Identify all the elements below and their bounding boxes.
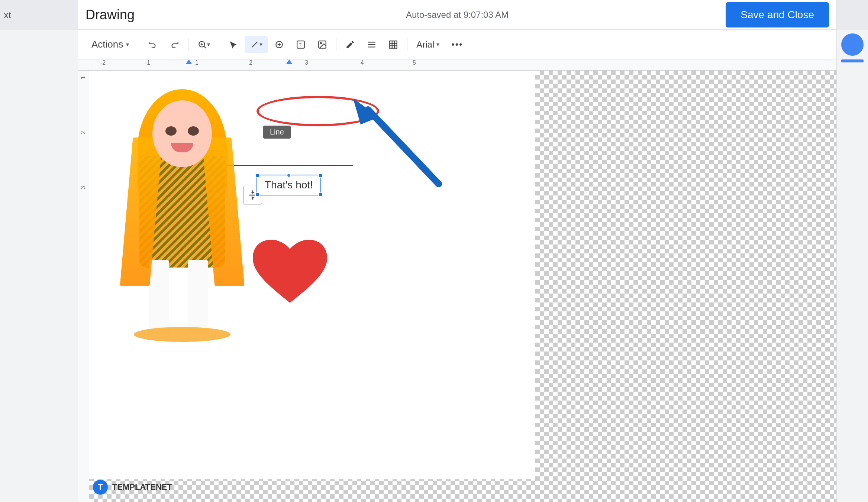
text-box-handle-top-right[interactable] <box>318 173 323 178</box>
shape-icon <box>274 40 284 49</box>
ruler-left-mark-2: 2 <box>80 131 87 135</box>
table-button[interactable] <box>383 36 403 53</box>
zoom-chevron-icon: ▾ <box>207 41 210 48</box>
toolbar-sep-2 <box>188 38 188 51</box>
ruler-indicator-left <box>186 59 192 64</box>
text-box-handle-top-center[interactable] <box>287 173 291 178</box>
ruler-left: 1 2 3 <box>78 71 89 502</box>
svg-line-4 <box>252 42 258 47</box>
ruler-indicator-right <box>286 59 292 64</box>
heart-svg <box>249 238 331 312</box>
doll-base <box>134 327 230 342</box>
image-icon <box>317 40 327 49</box>
browser-right-bar <box>841 59 864 62</box>
app-header: Drawing Auto-saved at 9:07:03 AM Save an… <box>78 0 836 30</box>
ruler-mark-2: 2 <box>249 59 252 66</box>
toolbar-sep-3 <box>219 38 219 51</box>
doll-eye-left <box>165 126 177 136</box>
ruler-top: -2 -1 1 2 3 4 5 <box>78 59 836 71</box>
redo-button[interactable] <box>164 36 184 53</box>
svg-rect-13 <box>390 41 397 48</box>
text-box-handle-bottom-left[interactable] <box>255 192 259 197</box>
ruler-mark-1: 1 <box>195 59 199 66</box>
text-box-handle-bottom-right[interactable] <box>318 192 323 197</box>
image-tool-button[interactable] <box>312 36 332 53</box>
paragraph-button[interactable] <box>362 36 382 53</box>
toolbar-sep-1 <box>139 38 139 51</box>
browser-tab-strip: xt <box>0 0 78 30</box>
ruler-left-mark-1: 1 <box>80 76 87 80</box>
autosave-status: Auto-saved at 9:07:03 AM <box>406 10 509 20</box>
doll-mouth <box>171 143 193 152</box>
actions-menu-button[interactable]: Actions ▾ <box>85 35 135 54</box>
text-box[interactable]: That's hot! <box>256 175 321 195</box>
more-options-button[interactable]: ••• <box>446 36 468 54</box>
shape-tool-button[interactable] <box>269 36 289 53</box>
doll-leg-right <box>188 260 208 334</box>
svg-line-1 <box>204 46 206 48</box>
pen-tool-button[interactable] <box>340 36 360 53</box>
text-tool-button[interactable]: T <box>291 36 311 53</box>
ruler-mark-5: 5 <box>413 59 416 66</box>
select-tool-button[interactable] <box>223 36 243 53</box>
line-chevron-icon: ▾ <box>259 41 262 48</box>
doll-leg-left <box>149 260 169 334</box>
app-title: Drawing <box>85 7 135 23</box>
doll-eye-right <box>188 126 199 136</box>
actions-label: Actions <box>91 39 123 50</box>
drawing-canvas[interactable]: That's hot! <box>89 71 535 479</box>
doll-face <box>152 100 212 167</box>
canvas-area[interactable]: -2 -1 1 2 3 4 5 1 2 3 <box>78 59 836 502</box>
more-options-icon: ••• <box>451 39 463 50</box>
brand-logo-icon: T <box>93 480 108 495</box>
line-tooltip-text: Line <box>270 128 284 136</box>
line-tooltip: Line <box>263 126 291 139</box>
actions-chevron-icon: ▾ <box>126 41 129 48</box>
paragraph-icon <box>367 40 377 49</box>
brand-letter: T <box>98 482 103 492</box>
line-icon <box>250 40 259 49</box>
text-box-handle-top-left[interactable] <box>255 173 259 178</box>
svg-point-9 <box>320 42 322 43</box>
zoom-icon <box>197 40 207 49</box>
svg-text:T: T <box>299 42 302 48</box>
drawing-app: Drawing Auto-saved at 9:07:03 AM Save an… <box>78 0 836 502</box>
redo-icon <box>170 40 179 49</box>
font-name: Arial <box>416 39 434 50</box>
ruler-mark-n2: -2 <box>100 59 106 66</box>
ruler-left-mark-3: 3 <box>80 186 87 190</box>
font-chevron-icon: ▾ <box>436 41 439 48</box>
zoom-button[interactable]: ▾ <box>192 36 215 53</box>
toolbar-sep-5 <box>407 38 407 51</box>
tab-text: xt <box>4 9 11 21</box>
select-icon <box>228 40 238 49</box>
heart-shape[interactable] <box>249 238 331 314</box>
undo-button[interactable] <box>143 36 163 53</box>
text-icon: T <box>296 40 306 49</box>
ruler-mark-3: 3 <box>305 59 308 66</box>
user-avatar[interactable] <box>841 33 864 56</box>
line-tool-button[interactable]: ▾ <box>245 36 268 53</box>
ruler-mark-4: 4 <box>361 59 364 66</box>
font-selector[interactable]: Arial ▾ <box>411 36 445 53</box>
text-box-content: That's hot! <box>265 179 313 191</box>
table-icon <box>388 40 398 49</box>
branding-bar: T TEMPLATENET <box>93 480 172 495</box>
doll-figure <box>119 89 245 357</box>
undo-icon <box>148 40 158 49</box>
brand-name: TEMPLATENET <box>112 482 172 492</box>
ruler-mark-n1: -1 <box>145 59 150 66</box>
browser-right-panel <box>836 0 868 502</box>
pen-icon <box>345 40 355 49</box>
browser-left-panel: xt <box>0 0 78 502</box>
main-toolbar: Actions ▾ ▾ <box>78 30 836 59</box>
save-close-button[interactable]: Save and Close <box>726 2 829 27</box>
toolbar-sep-4 <box>336 38 336 51</box>
browser-right-top <box>837 0 868 30</box>
